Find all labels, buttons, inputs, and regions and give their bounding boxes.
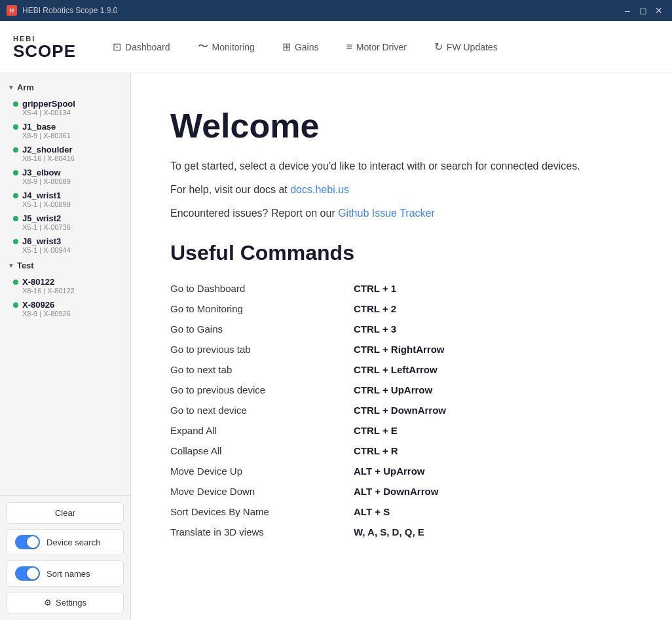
nav-motor-driver-label: Motor Driver	[356, 42, 407, 52]
device-dot	[13, 101, 18, 107]
device-x80926-sub: X8-9 | X-80926	[13, 310, 122, 318]
maximize-button[interactable]: ◻	[637, 4, 650, 17]
command-action: Move Device Down	[170, 481, 354, 501]
command-row: Move Device UpALT + UpArrow	[170, 461, 633, 481]
settings-icon: ⚙	[44, 598, 52, 608]
device-x80122-name: X-80122	[22, 277, 54, 287]
device-j4wrist1-sub: X5-1 | X-00898	[13, 200, 122, 208]
body: ▼ Arm gripperSpool X5-4 | X-00134 J1_bas…	[0, 73, 672, 620]
command-action: Expand All	[170, 420, 354, 441]
command-row: Go to GainsCTRL + 3	[170, 319, 633, 339]
toggle-knob	[27, 568, 39, 579]
sidebar-content: ▼ Arm gripperSpool X5-4 | X-00134 J1_bas…	[0, 73, 130, 495]
device-search-label: Device search	[47, 538, 100, 547]
app-title: HEBI Robotics Scope 1.9.0	[22, 6, 621, 15]
device-j4wrist1-name: J4_wrist1	[22, 191, 61, 200]
device-dot	[13, 124, 18, 130]
command-action: Sort Devices By Name	[170, 501, 354, 522]
device-j3elbow-sub: X8-9 | X-80089	[13, 177, 122, 185]
group-test-label: Test	[17, 261, 34, 270]
nav-gains[interactable]: ⊞ Gains	[272, 35, 329, 59]
device-search-row: Device search	[7, 529, 124, 555]
gains-icon: ⊞	[282, 41, 291, 53]
nav-monitoring-label: Monitoring	[212, 42, 255, 52]
device-dot	[13, 216, 18, 221]
device-gripperspool-sub: X5-4 | X-00134	[13, 109, 122, 117]
device-j6wrist3-sub: X5-1 | X-00944	[13, 246, 122, 254]
command-action: Translate in 3D views	[170, 522, 354, 542]
nav-dashboard[interactable]: ⊡ Dashboard	[102, 35, 181, 59]
device-dot	[13, 170, 18, 175]
title-bar: H HEBI Robotics Scope 1.9.0 – ◻ ✕	[0, 0, 672, 21]
command-shortcut: CTRL + RightArrow	[354, 339, 633, 359]
device-dot	[13, 302, 18, 308]
command-row: Go to next deviceCTRL + DownArrow	[170, 400, 633, 420]
device-j3elbow[interactable]: J3_elbow X8-9 | X-80089	[0, 165, 130, 188]
command-row: Go to next tabCTRL + LeftArrow	[170, 359, 633, 380]
nav-monitoring[interactable]: 〜 Monitoring	[187, 35, 265, 59]
device-j2shoulder-sub: X8-16 | X-80416	[13, 155, 122, 162]
device-j6wrist3[interactable]: J6_wrist3 X5-1 | X-00944	[0, 234, 130, 257]
device-j2shoulder-name: J2_shoulder	[22, 145, 73, 155]
device-x80926[interactable]: X-80926 X8-9 | X-80926	[0, 297, 130, 320]
command-shortcut: W, A, S, D, Q, E	[354, 522, 633, 542]
sort-names-toggle[interactable]	[15, 566, 40, 581]
motor-driver-icon: ≡	[346, 41, 352, 53]
command-shortcut: CTRL + E	[354, 420, 633, 441]
device-dot	[13, 239, 18, 244]
command-shortcut: ALT + S	[354, 501, 633, 522]
clear-button[interactable]: Clear	[7, 502, 124, 524]
test-chevron-icon: ▼	[8, 262, 14, 269]
command-row: Move Device DownALT + DownArrow	[170, 481, 633, 501]
issue-tracker-link[interactable]: Github Issue Tracker	[338, 208, 435, 219]
command-shortcut: CTRL + R	[354, 441, 633, 461]
group-arm[interactable]: ▼ Arm	[0, 79, 130, 96]
nav-dashboard-label: Dashboard	[125, 42, 170, 52]
close-button[interactable]: ✕	[652, 4, 665, 17]
sidebar: ▼ Arm gripperSpool X5-4 | X-00134 J1_bas…	[0, 73, 131, 620]
docs-link[interactable]: docs.hebi.us	[290, 184, 349, 195]
command-row: Expand AllCTRL + E	[170, 420, 633, 441]
command-row: Go to DashboardCTRL + 1	[170, 278, 633, 299]
command-action: Collapse All	[170, 441, 354, 461]
command-shortcut: ALT + UpArrow	[354, 461, 633, 481]
sort-names-row: Sort names	[7, 560, 124, 587]
command-row: Go to previous deviceCTRL + UpArrow	[170, 380, 633, 400]
device-j5wrist2[interactable]: J5_wrist2 X5-1 | X-00736	[0, 211, 130, 234]
device-x80122[interactable]: X-80122 X8-16 | X-80122	[0, 274, 130, 297]
app: HEBI SCOPE ⊡ Dashboard 〜 Monitoring ⊞ Ga…	[0, 21, 672, 620]
command-shortcut: CTRL + UpArrow	[354, 380, 633, 400]
settings-button[interactable]: ⚙ Settings	[7, 592, 124, 613]
device-search-toggle[interactable]	[15, 535, 40, 549]
device-j1base-name: J1_base	[22, 122, 56, 132]
device-dot	[13, 280, 18, 285]
group-test[interactable]: ▼ Test	[0, 257, 130, 274]
device-dot	[13, 193, 18, 198]
desc3-prefix: Encountered issues? Report on our	[170, 208, 338, 219]
device-j4wrist1[interactable]: J4_wrist1 X5-1 | X-00898	[0, 188, 130, 211]
command-shortcut: ALT + DownArrow	[354, 481, 633, 501]
device-gripperspool[interactable]: gripperSpool X5-4 | X-00134	[0, 96, 130, 119]
welcome-desc2: For help, visit our docs at docs.hebi.us	[170, 182, 633, 198]
device-j5wrist2-sub: X5-1 | X-00736	[13, 223, 122, 231]
device-j5wrist2-name: J5_wrist2	[22, 213, 61, 223]
command-shortcut: CTRL + LeftArrow	[354, 359, 633, 380]
device-j1base[interactable]: J1_base X8-9 | X-80361	[0, 119, 130, 142]
sidebar-bottom: Clear Device search Sort names ⚙ Set	[0, 495, 130, 620]
device-x80122-sub: X8-16 | X-80122	[13, 287, 122, 295]
nav-motor-driver[interactable]: ≡ Motor Driver	[335, 35, 417, 59]
sort-names-label: Sort names	[47, 569, 90, 579]
command-shortcut: CTRL + DownArrow	[354, 400, 633, 420]
command-row: Sort Devices By NameALT + S	[170, 501, 633, 522]
monitoring-icon: 〜	[198, 40, 208, 54]
device-dot	[13, 147, 18, 153]
command-row: Go to MonitoringCTRL + 2	[170, 299, 633, 319]
nav-fw-updates[interactable]: ↻ FW Updates	[424, 35, 508, 59]
command-action: Go to previous tab	[170, 339, 354, 359]
device-j1base-sub: X8-9 | X-80361	[13, 132, 122, 139]
nav-gains-label: Gains	[295, 42, 319, 52]
toggle-knob	[27, 536, 39, 548]
device-x80926-name: X-80926	[22, 300, 54, 310]
minimize-button[interactable]: –	[621, 4, 634, 17]
device-j2shoulder[interactable]: J2_shoulder X8-16 | X-80416	[0, 142, 130, 165]
